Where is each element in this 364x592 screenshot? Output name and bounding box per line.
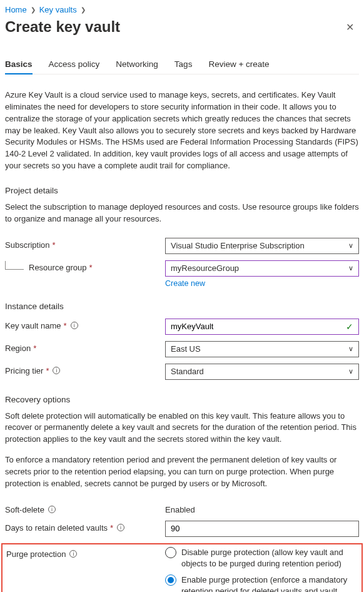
tab-access-policy[interactable]: Access policy xyxy=(49,59,100,74)
tabs: Basics Access policy Networking Tags Rev… xyxy=(5,59,359,74)
pricing-tier-dropdown[interactable]: Standard ∨ xyxy=(165,364,359,380)
required-icon: * xyxy=(64,321,67,330)
purge-disable-option[interactable]: Disable purge protection (allow key vaul… xyxy=(165,547,359,569)
project-details-heading: Project details xyxy=(5,186,359,195)
tab-tags[interactable]: Tags xyxy=(174,59,193,74)
tab-basics[interactable]: Basics xyxy=(5,59,33,74)
purge-enable-option[interactable]: Enable purge protection (enforce a manda… xyxy=(165,574,359,592)
chevron-right-icon: ❯ xyxy=(81,6,86,13)
purge-disable-label: Disable purge protection (allow key vaul… xyxy=(181,547,359,569)
recovery-desc-2: To enforce a mandatory retention period … xyxy=(5,454,359,490)
region-value: East US xyxy=(171,344,201,354)
check-icon: ✓ xyxy=(346,322,353,332)
resource-group-dropdown[interactable]: myResourceGroup ∨ xyxy=(165,260,359,277)
purge-enable-label: Enable purge protection (enforce a manda… xyxy=(181,574,359,592)
purge-protection-label: Purge protection xyxy=(6,549,66,559)
purge-protection-highlight: Purge protection i Disable purge protect… xyxy=(1,543,363,592)
retention-days-label: Days to retain deleted vaults xyxy=(5,523,108,533)
chevron-right-icon: ❯ xyxy=(31,6,36,13)
keyvault-name-label: Key vault name xyxy=(5,321,61,330)
breadcrumb-home[interactable]: Home xyxy=(5,5,27,14)
subscription-label: Subscription xyxy=(5,240,50,250)
chevron-down-icon: ∨ xyxy=(348,367,353,375)
radio-selected-icon[interactable] xyxy=(165,574,176,586)
instance-details-heading: Instance details xyxy=(5,302,359,311)
keyvault-name-field[interactable] xyxy=(171,322,346,331)
tree-connector-icon xyxy=(5,261,24,270)
required-icon: * xyxy=(53,240,56,250)
breadcrumb-keyvaults[interactable]: Key vaults xyxy=(39,5,77,14)
info-icon[interactable]: i xyxy=(48,506,56,513)
breadcrumb: Home ❯ Key vaults ❯ xyxy=(5,5,359,14)
keyvault-name-input[interactable]: ✓ xyxy=(165,319,359,335)
tab-networking[interactable]: Networking xyxy=(116,59,158,74)
resource-group-value: myResourceGroup xyxy=(171,263,239,273)
retention-days-input[interactable] xyxy=(165,521,359,537)
required-icon: * xyxy=(89,263,93,272)
required-icon: * xyxy=(110,523,113,533)
subscription-value: Visual Studio Enterprise Subscription xyxy=(171,241,305,250)
required-icon: * xyxy=(33,344,36,353)
chevron-down-icon: ∨ xyxy=(348,345,353,353)
project-details-desc: Select the subscription to manage deploy… xyxy=(5,202,359,225)
close-icon[interactable]: ✕ xyxy=(341,19,359,36)
info-icon[interactable]: i xyxy=(71,322,78,329)
required-icon: * xyxy=(46,366,49,375)
soft-delete-value: Enabled xyxy=(165,503,359,514)
pricing-tier-label: Pricing tier xyxy=(5,366,43,375)
region-label: Region xyxy=(5,344,31,353)
recovery-options-heading: Recovery options xyxy=(5,395,359,404)
pricing-tier-value: Standard xyxy=(171,367,204,376)
soft-delete-label: Soft-delete xyxy=(5,505,44,514)
chevron-down-icon: ∨ xyxy=(348,242,353,250)
tab-review-create[interactable]: Review + create xyxy=(208,59,269,74)
info-icon[interactable]: i xyxy=(117,524,124,531)
subscription-dropdown[interactable]: Visual Studio Enterprise Subscription ∨ xyxy=(165,238,359,254)
page-title: Create key vault xyxy=(5,18,120,36)
radio-icon[interactable] xyxy=(165,547,176,558)
intro-text: Azure Key Vault is a cloud service used … xyxy=(5,89,359,172)
create-new-link[interactable]: Create new xyxy=(165,279,205,288)
resource-group-label: Resource group xyxy=(29,263,87,272)
region-dropdown[interactable]: East US ∨ xyxy=(165,341,359,357)
info-icon[interactable]: i xyxy=(53,367,60,374)
recovery-desc-1: Soft delete protection will automaticall… xyxy=(5,411,359,446)
chevron-down-icon: ∨ xyxy=(348,264,353,272)
info-icon[interactable]: i xyxy=(69,550,77,558)
